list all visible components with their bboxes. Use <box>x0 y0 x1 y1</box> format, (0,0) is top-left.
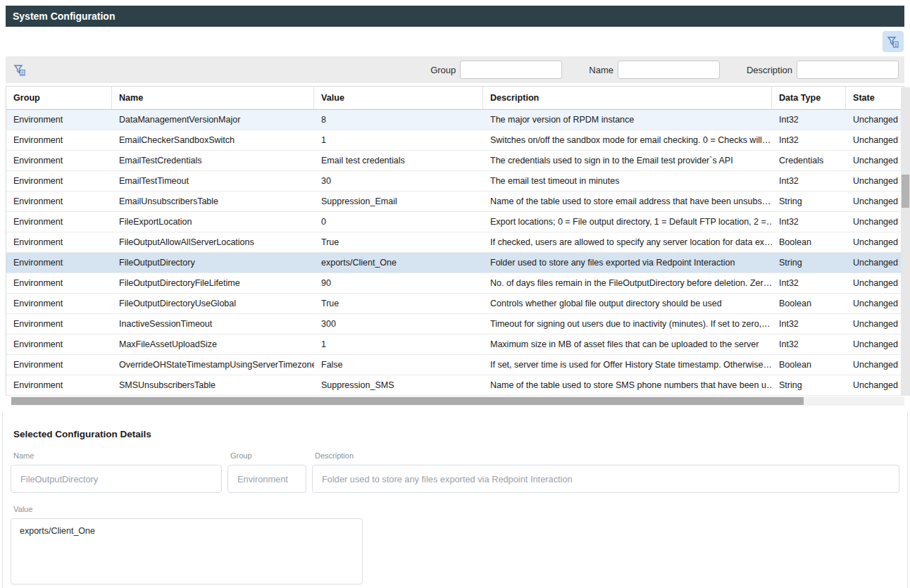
table-row[interactable]: EnvironmentEmailUnsubscribersTableSuppre… <box>6 192 904 212</box>
selected-configuration-details-panel: Selected Configuration Details Name Grou… <box>2 411 908 588</box>
config-table-body: EnvironmentDataManagementVersionMajor8Th… <box>6 110 904 396</box>
table-row[interactable]: EnvironmentEmailCheckerSandboxSwitch1Swi… <box>6 130 904 151</box>
cell-name: FileOutputAllowAllServerLocations <box>112 232 314 252</box>
table-row[interactable]: EnvironmentFileOutputDirectoryexports/Cl… <box>6 253 904 273</box>
cell-data-type: Int32 <box>772 273 846 293</box>
value-field-label: Value <box>13 505 363 513</box>
cell-data-type: Int32 <box>772 334 846 354</box>
cell-description: The email test timeout in minutes <box>483 171 772 191</box>
cell-state: Unchanged <box>846 375 904 395</box>
cell-data-type: String <box>772 253 846 273</box>
horizontal-scrollbar-thumb[interactable] <box>11 397 804 405</box>
table-row[interactable]: EnvironmentFileOutputDirectoryUseGlobalT… <box>6 294 904 314</box>
vertical-scrollbar[interactable] <box>901 87 910 396</box>
name-filter-input[interactable] <box>618 61 720 79</box>
column-header-group[interactable]: Group <box>6 87 112 109</box>
table-row[interactable]: EnvironmentEmailTestCredentialsEmail tes… <box>6 151 904 171</box>
cell-state: Unchanged <box>846 192 904 211</box>
cell-value: 0 <box>314 212 483 232</box>
cell-value: False <box>314 355 483 375</box>
cell-name: MaxFileAssetUploadSize <box>112 334 314 354</box>
cell-group: Environment <box>6 192 112 211</box>
cell-description: Controls whether global file output dire… <box>483 294 772 313</box>
details-row-top: Name Group Description <box>11 451 899 493</box>
name-filter-label: Name <box>589 65 613 75</box>
description-filter-input[interactable] <box>797 61 899 79</box>
name-field <box>11 465 222 493</box>
table-row[interactable]: EnvironmentFileOutputDirectoryFileLifeti… <box>6 273 904 294</box>
cell-value: Suppression_Email <box>314 192 483 211</box>
table-header: Group Name Value Description Data Type S… <box>6 87 904 110</box>
cell-state: Unchanged <box>846 232 904 252</box>
cell-description: If set, server time is used for Offer Hi… <box>483 355 772 375</box>
description-field <box>312 465 899 493</box>
cell-data-type: Boolean <box>772 232 846 252</box>
cell-name: FileOutputDirectoryFileLifetime <box>112 273 314 293</box>
table-row[interactable]: EnvironmentMaxFileAssetUploadSize1Maximu… <box>6 334 904 355</box>
filter-fields: Group Name Description <box>430 61 899 79</box>
cell-group: Environment <box>6 334 112 354</box>
column-header-name[interactable]: Name <box>112 87 314 109</box>
table-row[interactable]: EnvironmentSMSUnsubscribersTableSuppress… <box>6 375 904 396</box>
column-header-state[interactable]: State <box>846 87 904 109</box>
cell-group: Environment <box>6 110 112 130</box>
column-header-description[interactable]: Description <box>483 87 772 109</box>
cell-value: True <box>314 232 483 252</box>
cell-description: Folder used to store any files exported … <box>483 253 772 273</box>
cell-state: Unchanged <box>846 294 904 313</box>
cell-value: 1 <box>314 334 483 354</box>
table-row[interactable]: EnvironmentEmailTestTimeout30The email t… <box>6 171 904 192</box>
cell-state: Unchanged <box>846 151 904 170</box>
cell-value: exports/Client_One <box>314 253 483 273</box>
cell-group: Environment <box>6 212 112 232</box>
cell-data-type: Int32 <box>772 212 846 232</box>
cell-description: The major version of RPDM instance <box>483 110 772 130</box>
column-header-data-type[interactable]: Data Type <box>772 87 846 109</box>
cell-state: Unchanged <box>846 355 904 375</box>
horizontal-scrollbar[interactable] <box>11 396 904 406</box>
cell-name: FileOutputDirectory <box>112 253 314 273</box>
cell-value: Email test credentials <box>314 151 483 170</box>
cell-group: Environment <box>6 253 112 273</box>
name-field-label: Name <box>13 451 222 460</box>
cell-name: SMSUnsubscribersTable <box>112 375 314 395</box>
cell-state: Unchanged <box>846 334 904 354</box>
table-row[interactable]: EnvironmentFileOutputAllowAllServerLocat… <box>6 232 904 253</box>
cell-data-type: Int32 <box>772 130 846 150</box>
value-field[interactable]: exports/Client_One <box>11 518 363 584</box>
group-field <box>228 465 306 493</box>
toolbar <box>6 27 904 56</box>
cell-data-type: Boolean <box>772 294 846 313</box>
table-row[interactable]: EnvironmentInactiveSessionTimeout300Time… <box>6 314 904 334</box>
group-filter-input[interactable] <box>460 61 562 79</box>
vertical-scrollbar-thumb[interactable] <box>902 175 909 208</box>
config-table-grid: Group Name Value Description Data Type S… <box>6 86 904 396</box>
cell-state: Unchanged <box>846 171 904 191</box>
table-row[interactable]: EnvironmentOverrideOHStateTimestampUsing… <box>6 355 904 375</box>
cell-group: Environment <box>6 273 112 293</box>
cell-description: No. of days files remain in the FileOutp… <box>483 273 772 293</box>
details-row-bottom: Value exports/Client_One <box>11 505 899 584</box>
cell-name: OverrideOHStateTimestampUsingServerTimez… <box>112 355 314 375</box>
cell-state: Unchanged <box>846 314 904 334</box>
cell-group: Environment <box>6 375 112 395</box>
filter-list-icon[interactable] <box>13 63 27 77</box>
cell-value: 300 <box>314 314 483 334</box>
title-bar: System Configuration <box>6 6 904 27</box>
cell-data-type: Credentials <box>772 151 846 170</box>
system-configuration-window: System Configuration Group <box>6 6 910 406</box>
column-header-value[interactable]: Value <box>314 87 483 109</box>
cell-group: Environment <box>6 130 112 150</box>
cell-name: InactiveSessionTimeout <box>112 314 314 334</box>
filter-list-icon <box>886 35 900 49</box>
cell-value: 1 <box>314 130 483 150</box>
cell-value: 90 <box>314 273 483 293</box>
cell-description: Export locations; 0 = File output direct… <box>483 212 772 232</box>
table-row[interactable]: EnvironmentDataManagementVersionMajor8Th… <box>6 110 904 130</box>
cell-group: Environment <box>6 294 112 313</box>
cell-name: FileOutputDirectoryUseGlobal <box>112 294 314 313</box>
description-filter-label: Description <box>747 65 792 75</box>
table-row[interactable]: EnvironmentFileExportLocation0Export loc… <box>6 212 904 232</box>
cell-name: EmailUnsubscribersTable <box>112 192 314 211</box>
filter-toggle-button[interactable] <box>883 31 904 52</box>
